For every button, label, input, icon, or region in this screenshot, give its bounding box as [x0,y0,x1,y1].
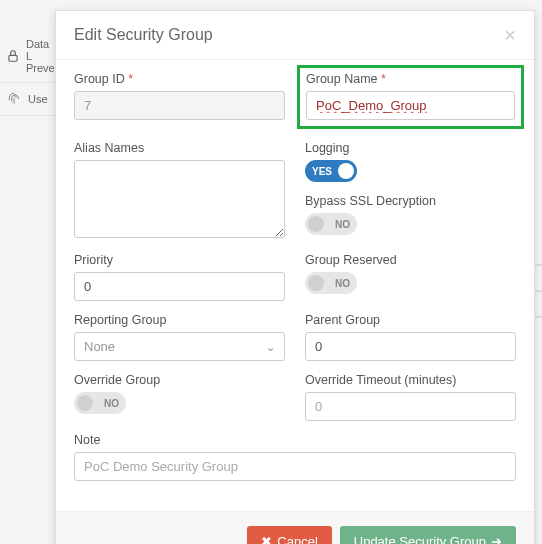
bg-item-data: Data LPreve [0,30,60,83]
reporting-group-label: Reporting Group [74,313,285,327]
override-timeout-field: Override Timeout (minutes) [305,373,516,421]
priority-label: Priority [74,253,285,267]
group-id-field: Group ID * [74,72,285,120]
reporting-group-field: Reporting Group ⌄ [74,313,285,361]
note-input[interactable] [74,452,516,481]
bypass-ssl-field: Bypass SSL Decryption NO [305,194,516,235]
close-icon: ✖ [261,534,272,544]
group-id-label: Group ID * [74,72,285,86]
priority-field: Priority [74,253,285,301]
group-id-input [74,91,285,120]
edit-security-group-modal: Edit Security Group × Group ID * Group N… [55,10,535,544]
group-name-highlight: Group Name * [297,65,524,129]
close-icon[interactable]: × [504,25,516,45]
bypass-ssl-label: Bypass SSL Decryption [305,194,516,208]
bypass-ssl-toggle[interactable]: NO [305,213,357,235]
modal-footer: ✖ Cancel Update Security Group ➔ [56,511,534,544]
group-reserved-field: Group Reserved NO [305,253,516,294]
logging-toggle[interactable]: YES [305,160,357,182]
logging-field: Logging YES [305,141,516,182]
svg-rect-0 [9,55,17,61]
alias-names-field: Alias Names [74,141,285,241]
lock-icon [6,48,20,64]
group-name-input[interactable] [306,91,515,120]
group-name-field: Group Name * [306,72,515,120]
alias-names-label: Alias Names [74,141,285,155]
modal-title: Edit Security Group [74,26,213,44]
note-label: Note [74,433,516,447]
update-security-group-button[interactable]: Update Security Group ➔ [340,526,516,544]
override-group-label: Override Group [74,373,285,387]
logging-label: Logging [305,141,516,155]
modal-header: Edit Security Group × [56,11,534,60]
note-field: Note [74,433,516,481]
arrow-right-icon: ➔ [491,534,502,544]
override-group-toggle[interactable]: NO [74,392,126,414]
alias-names-input[interactable] [74,160,285,238]
background-sidebar: Data LPreve Use [0,0,60,160]
parent-group-field: Parent Group [305,313,516,361]
group-reserved-toggle[interactable]: NO [305,272,357,294]
fingerprint-icon [6,91,22,107]
group-name-label: Group Name * [306,72,515,86]
bg-item-user: Use [0,83,60,116]
group-reserved-label: Group Reserved [305,253,516,267]
priority-input[interactable] [74,272,285,301]
parent-group-label: Parent Group [305,313,516,327]
cancel-button[interactable]: ✖ Cancel [247,526,331,544]
parent-group-input[interactable] [305,332,516,361]
override-timeout-input[interactable] [305,392,516,421]
override-group-field: Override Group NO [74,373,285,414]
reporting-group-select[interactable] [74,332,285,361]
override-timeout-label: Override Timeout (minutes) [305,373,516,387]
modal-body: Group ID * Group Name * Alias Names [56,60,534,511]
